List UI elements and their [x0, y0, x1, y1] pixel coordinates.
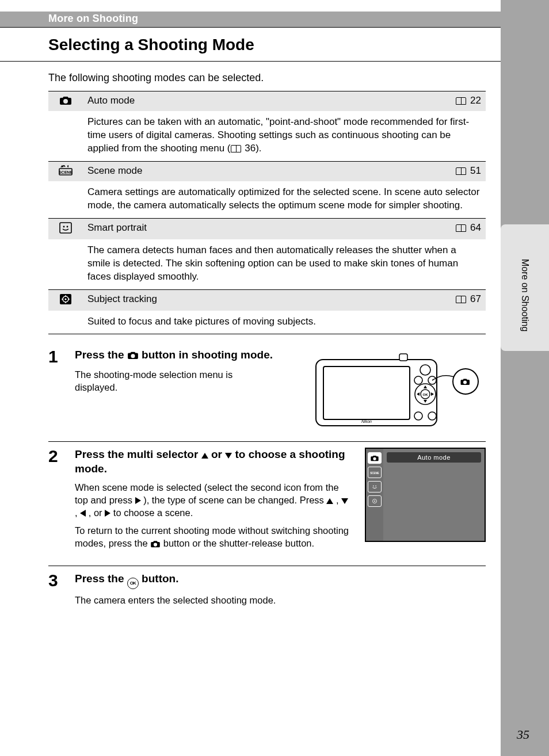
svg-point-14 [420, 365, 430, 375]
svg-rect-22 [399, 354, 407, 361]
arrow-up-icon [326, 498, 333, 504]
svg-text:SCENE: SCENE [370, 472, 379, 475]
step-text: To return to the current shooting mode w… [75, 524, 350, 551]
page-ref: 22 [440, 91, 486, 112]
svg-point-28 [374, 501, 375, 502]
page-title: Selecting a Shooting Mode [48, 32, 486, 61]
side-tab: More on Shooting [501, 224, 549, 351]
svg-point-19 [428, 412, 436, 420]
book-icon [231, 145, 241, 152]
svg-point-18 [414, 412, 422, 420]
table-row: Smart portrait 64 [48, 218, 486, 239]
title-band: Selecting a Shooting Mode [0, 28, 501, 62]
arrow-right-icon [105, 510, 110, 517]
step-2: 2 Press the multi selector or to choose … [48, 442, 486, 566]
book-icon [456, 97, 466, 105]
lcd-scene-icon: SCENE [368, 467, 382, 478]
step-text: When scene mode is selected (select the … [75, 481, 350, 520]
lcd-main-area: Auto mode [383, 449, 485, 541]
mode-name: Auto mode [83, 91, 440, 112]
table-row: Suited to focus and take pictures of mov… [48, 311, 486, 334]
arrow-down-icon [341, 498, 348, 504]
step-1: 1 Press the button in shooting mode. The… [48, 342, 486, 442]
svg-text:SCENE: SCENE [59, 170, 73, 174]
section-label: More on Shooting [48, 13, 486, 25]
lcd-target-icon [368, 495, 382, 507]
book-icon [456, 224, 466, 232]
svg-text:OK: OK [423, 393, 429, 396]
page-ref: 64 [440, 218, 486, 239]
mode-description: Suited to focus and take pictures of mov… [83, 311, 486, 334]
step-heading: Press the multi selector or to choose a … [75, 448, 350, 476]
svg-rect-13 [323, 366, 410, 419]
table-row: Pictures can be taken with an automatic,… [48, 111, 486, 161]
step-number: 2 [48, 448, 66, 555]
mode-description: Pictures can be taken with an automatic,… [83, 111, 486, 161]
book-icon [456, 296, 466, 303]
step-heading: Press the OK button. [75, 572, 486, 589]
brand-text: Nikon [361, 419, 372, 423]
ok-button-icon: OK [127, 578, 139, 589]
camera-icon [127, 349, 139, 364]
step-3: 3 Press the OK button. The camera enters… [48, 566, 486, 621]
lcd-smile-icon [368, 481, 382, 492]
steps-list: 1 Press the button in shooting mode. The… [48, 342, 486, 621]
mode-name: Smart portrait [83, 218, 440, 239]
mode-name: Scene mode [83, 161, 440, 181]
table-row: SCENE Scene mode 51 [48, 161, 486, 181]
manual-page: More on Shooting Selecting a Shooting Mo… [0, 0, 501, 756]
mode-description: Camera settings are automatically optimi… [83, 181, 486, 218]
step-number: 1 [48, 348, 66, 431]
lcd-mode-label: Auto mode [387, 452, 481, 463]
table-row: Subject tracking 67 [48, 289, 486, 311]
svg-point-3 [63, 226, 65, 227]
table-row: The camera detects human faces and then … [48, 239, 486, 289]
camera-body-illustration: Nikon OK [313, 348, 486, 431]
arrow-right-icon [135, 497, 141, 504]
lcd-icon-column: SCENE [366, 449, 383, 541]
target-icon [59, 293, 72, 305]
page-ref: 51 [440, 161, 486, 181]
svg-rect-2 [60, 223, 71, 233]
arrow-up-icon [201, 453, 208, 459]
mode-name: Subject tracking [83, 289, 440, 311]
svg-point-23 [453, 369, 478, 394]
side-tab-label: More on Shooting [520, 259, 530, 331]
step-heading: Press the button in shooting mode. [75, 348, 298, 364]
camera-icon [150, 538, 161, 551]
svg-point-20 [414, 376, 422, 384]
camera-icon [59, 95, 72, 105]
shooting-modes-table: Auto mode 22 Pictures can be taken with … [48, 91, 486, 334]
svg-point-4 [67, 226, 68, 227]
arrow-left-icon [80, 510, 86, 517]
lcd-camera-icon [368, 452, 382, 464]
arrow-down-icon [225, 453, 232, 459]
scene-icon: SCENE [59, 165, 73, 175]
lcd-screen-illustration: SCENE Auto mode [365, 448, 486, 555]
step-number: 3 [48, 572, 66, 611]
book-icon [456, 167, 466, 175]
table-row: Camera settings are automatically optimi… [48, 181, 486, 218]
header-band: More on Shooting [0, 12, 501, 28]
smile-icon [59, 222, 72, 234]
step-text: The shooting-mode selection menu is disp… [75, 368, 259, 394]
page-ref: 67 [440, 289, 486, 311]
table-row: Auto mode 22 [48, 91, 486, 112]
svg-point-26 [375, 486, 376, 487]
svg-point-25 [373, 486, 374, 487]
svg-point-7 [64, 298, 66, 300]
step-text: The camera enters the selected shooting … [75, 594, 486, 606]
page-number: 35 [517, 727, 529, 742]
mode-description: The camera detects human faces and then … [83, 239, 486, 289]
intro-text: The following shooting modes can be sele… [48, 72, 486, 84]
